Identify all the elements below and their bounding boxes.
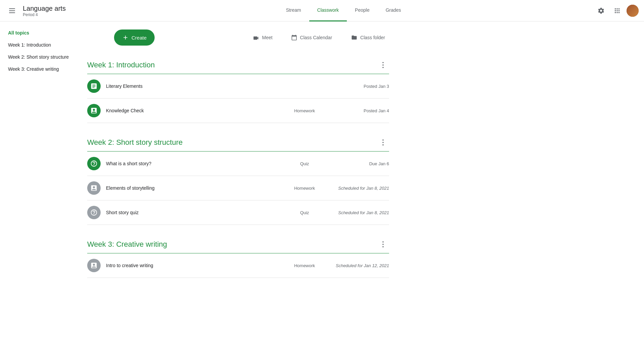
assignment-type-storytelling: Homework xyxy=(291,186,318,191)
svg-rect-0 xyxy=(9,8,15,9)
svg-point-8 xyxy=(382,144,384,145)
avatar[interactable] xyxy=(627,5,639,17)
assignment-type-quiz1: Quiz xyxy=(291,161,318,166)
assignment-icon-creative xyxy=(87,259,101,272)
assignment-short-story-quiz[interactable]: Short story quiz Quiz Scheduled for Jan … xyxy=(87,200,389,225)
svg-point-5 xyxy=(382,67,384,68)
assignment-icon-quiz2 xyxy=(87,206,101,219)
topic-header-week1: Week 1: Introduction xyxy=(87,54,389,74)
header: Language arts Period 4 Stream Classwork … xyxy=(0,0,644,21)
svg-rect-1 xyxy=(9,10,15,11)
assignment-meta-storytelling: Homework Scheduled for Jan 8, 2021 xyxy=(291,186,389,191)
assignment-info-creative: Intro to creative writing xyxy=(106,263,291,268)
assignment-info-storytelling: Elements of storytelling xyxy=(106,185,291,191)
assignment-icon-quiz1 xyxy=(87,157,101,170)
assignment-storytelling[interactable]: Elements of storytelling Homework Schedu… xyxy=(87,176,389,200)
assignment-meta-knowledge: Homework Posted Jan 4 xyxy=(291,108,389,113)
assignment-meta-creative: Homework Scheduled for Jan 12, 2021 xyxy=(291,263,389,268)
class-calendar-label: Class Calendar xyxy=(300,35,332,40)
assignment-type-quiz2: Quiz xyxy=(291,210,318,215)
svg-point-7 xyxy=(382,142,384,143)
tab-stream[interactable]: Stream xyxy=(278,0,309,21)
assignment-short-story-question[interactable]: What is a short story? Quiz Due Jan 6 xyxy=(87,152,389,176)
meet-button[interactable]: Meet xyxy=(249,32,276,43)
assignment-icon-literary xyxy=(87,79,101,93)
assignment-date-creative: Scheduled for Jan 12, 2021 xyxy=(329,263,389,268)
tab-classwork[interactable]: Classwork xyxy=(309,0,347,21)
assignment-knowledge-check[interactable]: Knowledge Check Homework Posted Jan 4 xyxy=(87,99,389,123)
header-left: Language arts Period 4 xyxy=(5,4,93,17)
assignment-name-knowledge: Knowledge Check xyxy=(106,108,144,113)
class-calendar-button[interactable]: Class Calendar xyxy=(287,32,336,44)
assignment-date-literary: Posted Jan 3 xyxy=(329,84,389,89)
svg-rect-2 xyxy=(9,12,15,13)
sidebar: All topics Week 1: Introduction Week 2: … xyxy=(0,21,87,362)
assignment-type-creative: Homework xyxy=(291,263,318,268)
assignment-date-quiz2: Scheduled for Jan 8, 2021 xyxy=(329,210,389,215)
assignment-info-literary: Literary Elements xyxy=(106,83,291,89)
app-title: Language arts xyxy=(23,4,66,12)
assignment-icon-knowledge xyxy=(87,104,101,117)
header-nav: Stream Classwork People Grades xyxy=(93,0,594,21)
create-button[interactable]: Create xyxy=(114,29,155,46)
assignment-date-quiz1: Due Jan 6 xyxy=(329,161,389,166)
topic-header-week2: Week 2: Short story structure xyxy=(87,131,389,152)
svg-point-10 xyxy=(382,244,384,245)
assignment-name-storytelling: Elements of storytelling xyxy=(106,185,155,191)
assignment-info-quiz1: What is a short story? xyxy=(106,161,291,166)
tab-people[interactable]: People xyxy=(347,0,378,21)
app-branding: Language arts Period 4 xyxy=(23,4,66,17)
class-folder-label: Class folder xyxy=(360,35,385,40)
assignment-name-literary: Literary Elements xyxy=(106,83,143,89)
layout: All topics Week 1: Introduction Week 2: … xyxy=(0,21,644,362)
svg-point-3 xyxy=(382,62,384,63)
topic-week3: Week 3: Creative writing xyxy=(87,233,389,278)
meet-label: Meet xyxy=(262,35,272,40)
assignment-meta-quiz2: Quiz Scheduled for Jan 8, 2021 xyxy=(291,210,389,215)
svg-point-4 xyxy=(382,64,384,66)
assignment-creative-writing[interactable]: Intro to creative writing Homework Sched… xyxy=(87,253,389,278)
header-actions xyxy=(594,4,639,17)
sidebar-item-week3[interactable]: Week 3: Creative writing xyxy=(0,63,82,75)
topic-more-week1[interactable] xyxy=(377,59,389,71)
sidebar-item-week1[interactable]: Week 1: Introduction xyxy=(0,39,82,51)
assignment-name-creative: Intro to creative writing xyxy=(106,263,153,268)
topic-week1: Week 1: Introduction Li xyxy=(87,54,389,123)
sidebar-item-week2[interactable]: Week 2: Short story structure xyxy=(0,51,82,63)
sidebar-item-all-topics[interactable]: All topics xyxy=(0,27,82,39)
topic-more-week3[interactable] xyxy=(377,238,389,250)
topic-header-week3: Week 3: Creative writing xyxy=(87,233,389,253)
settings-icon[interactable] xyxy=(594,4,608,17)
topic-more-week2[interactable] xyxy=(377,136,389,148)
content-area: Week 1: Introduction Li xyxy=(87,54,389,278)
topic-title-week1: Week 1: Introduction xyxy=(87,61,155,69)
assignment-meta-literary: Posted Jan 3 xyxy=(291,84,389,89)
main-content: Create Meet Class Calendar Class fol xyxy=(87,21,389,362)
app-subtitle: Period 4 xyxy=(23,12,66,17)
svg-point-6 xyxy=(382,139,384,141)
class-folder-button[interactable]: Class folder xyxy=(347,32,389,43)
assignment-icon-storytelling xyxy=(87,181,101,195)
create-label: Create xyxy=(131,35,147,41)
assignment-date-knowledge: Posted Jan 4 xyxy=(329,108,389,113)
tab-grades[interactable]: Grades xyxy=(378,0,409,21)
assignment-info-knowledge: Knowledge Check xyxy=(106,108,291,113)
assignment-meta-quiz1: Quiz Due Jan 6 xyxy=(291,161,389,166)
apps-icon[interactable] xyxy=(610,4,624,17)
classwork-toolbar: Create Meet Class Calendar Class fol xyxy=(114,29,389,54)
svg-point-11 xyxy=(382,246,384,247)
topic-title-week3: Week 3: Creative writing xyxy=(87,240,167,249)
menu-icon[interactable] xyxy=(5,4,19,17)
assignment-type-knowledge: Homework xyxy=(291,108,318,113)
assignment-name-quiz2: Short story quiz xyxy=(106,210,139,215)
assignment-literary-elements[interactable]: Literary Elements Posted Jan 3 xyxy=(87,74,389,99)
assignment-name-quiz1: What is a short story? xyxy=(106,161,151,166)
assignment-info-quiz2: Short story quiz xyxy=(106,210,291,215)
assignment-date-storytelling: Scheduled for Jan 8, 2021 xyxy=(329,186,389,191)
topic-week2: Week 2: Short story structure xyxy=(87,131,389,225)
svg-point-9 xyxy=(382,241,384,243)
topic-title-week2: Week 2: Short story structure xyxy=(87,138,182,147)
